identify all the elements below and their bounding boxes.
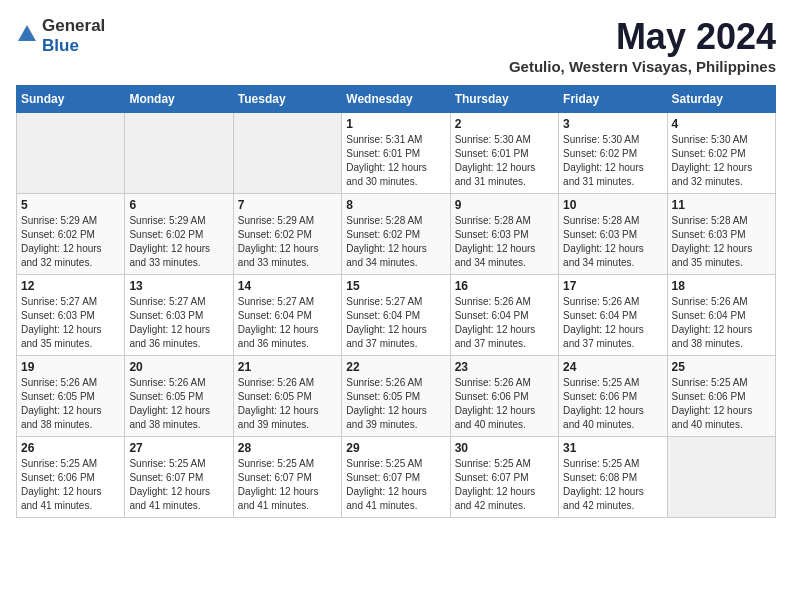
header-day-saturday: Saturday xyxy=(667,86,775,113)
day-info: Sunrise: 5:28 AMSunset: 6:03 PMDaylight:… xyxy=(455,214,554,270)
header-day-friday: Friday xyxy=(559,86,667,113)
calendar-week-2: 5Sunrise: 5:29 AMSunset: 6:02 PMDaylight… xyxy=(17,194,776,275)
day-info: Sunrise: 5:25 AMSunset: 6:06 PMDaylight:… xyxy=(672,376,771,432)
day-number: 30 xyxy=(455,441,554,455)
day-info: Sunrise: 5:26 AMSunset: 6:04 PMDaylight:… xyxy=(455,295,554,351)
page-subtitle: Getulio, Western Visayas, Philippines xyxy=(509,58,776,75)
day-info: Sunrise: 5:27 AMSunset: 6:04 PMDaylight:… xyxy=(238,295,337,351)
day-info: Sunrise: 5:25 AMSunset: 6:07 PMDaylight:… xyxy=(455,457,554,513)
calendar-cell: 5Sunrise: 5:29 AMSunset: 6:02 PMDaylight… xyxy=(17,194,125,275)
day-number: 24 xyxy=(563,360,662,374)
day-info: Sunrise: 5:25 AMSunset: 6:07 PMDaylight:… xyxy=(346,457,445,513)
calendar-cell: 13Sunrise: 5:27 AMSunset: 6:03 PMDayligh… xyxy=(125,275,233,356)
page-title: May 2024 xyxy=(509,16,776,58)
calendar-week-3: 12Sunrise: 5:27 AMSunset: 6:03 PMDayligh… xyxy=(17,275,776,356)
calendar-cell: 21Sunrise: 5:26 AMSunset: 6:05 PMDayligh… xyxy=(233,356,341,437)
header-day-monday: Monday xyxy=(125,86,233,113)
calendar-table: SundayMondayTuesdayWednesdayThursdayFrid… xyxy=(16,85,776,518)
day-number: 5 xyxy=(21,198,120,212)
day-number: 2 xyxy=(455,117,554,131)
day-info: Sunrise: 5:27 AMSunset: 6:03 PMDaylight:… xyxy=(21,295,120,351)
header: General Blue May 2024 Getulio, Western V… xyxy=(16,16,776,75)
day-info: Sunrise: 5:30 AMSunset: 6:02 PMDaylight:… xyxy=(563,133,662,189)
calendar-cell xyxy=(125,113,233,194)
calendar-cell: 24Sunrise: 5:25 AMSunset: 6:06 PMDayligh… xyxy=(559,356,667,437)
calendar-cell: 11Sunrise: 5:28 AMSunset: 6:03 PMDayligh… xyxy=(667,194,775,275)
calendar-cell: 8Sunrise: 5:28 AMSunset: 6:02 PMDaylight… xyxy=(342,194,450,275)
day-number: 4 xyxy=(672,117,771,131)
calendar-cell xyxy=(667,437,775,518)
day-number: 29 xyxy=(346,441,445,455)
calendar-cell: 19Sunrise: 5:26 AMSunset: 6:05 PMDayligh… xyxy=(17,356,125,437)
day-info: Sunrise: 5:26 AMSunset: 6:04 PMDaylight:… xyxy=(563,295,662,351)
day-number: 15 xyxy=(346,279,445,293)
day-info: Sunrise: 5:26 AMSunset: 6:06 PMDaylight:… xyxy=(455,376,554,432)
day-number: 13 xyxy=(129,279,228,293)
day-number: 25 xyxy=(672,360,771,374)
logo: General Blue xyxy=(16,16,105,56)
calendar-cell: 2Sunrise: 5:30 AMSunset: 6:01 PMDaylight… xyxy=(450,113,558,194)
day-number: 31 xyxy=(563,441,662,455)
calendar-cell: 26Sunrise: 5:25 AMSunset: 6:06 PMDayligh… xyxy=(17,437,125,518)
calendar-header-row: SundayMondayTuesdayWednesdayThursdayFrid… xyxy=(17,86,776,113)
day-info: Sunrise: 5:28 AMSunset: 6:03 PMDaylight:… xyxy=(672,214,771,270)
day-number: 28 xyxy=(238,441,337,455)
calendar-cell: 1Sunrise: 5:31 AMSunset: 6:01 PMDaylight… xyxy=(342,113,450,194)
day-number: 20 xyxy=(129,360,228,374)
day-info: Sunrise: 5:26 AMSunset: 6:05 PMDaylight:… xyxy=(21,376,120,432)
day-number: 19 xyxy=(21,360,120,374)
day-info: Sunrise: 5:29 AMSunset: 6:02 PMDaylight:… xyxy=(129,214,228,270)
calendar-cell xyxy=(233,113,341,194)
title-area: May 2024 Getulio, Western Visayas, Phili… xyxy=(509,16,776,75)
day-number: 22 xyxy=(346,360,445,374)
calendar-cell: 17Sunrise: 5:26 AMSunset: 6:04 PMDayligh… xyxy=(559,275,667,356)
day-info: Sunrise: 5:26 AMSunset: 6:05 PMDaylight:… xyxy=(129,376,228,432)
day-number: 12 xyxy=(21,279,120,293)
day-number: 11 xyxy=(672,198,771,212)
day-number: 16 xyxy=(455,279,554,293)
day-info: Sunrise: 5:25 AMSunset: 6:08 PMDaylight:… xyxy=(563,457,662,513)
day-info: Sunrise: 5:31 AMSunset: 6:01 PMDaylight:… xyxy=(346,133,445,189)
day-info: Sunrise: 5:26 AMSunset: 6:05 PMDaylight:… xyxy=(346,376,445,432)
day-info: Sunrise: 5:27 AMSunset: 6:04 PMDaylight:… xyxy=(346,295,445,351)
day-info: Sunrise: 5:25 AMSunset: 6:06 PMDaylight:… xyxy=(21,457,120,513)
calendar-cell: 28Sunrise: 5:25 AMSunset: 6:07 PMDayligh… xyxy=(233,437,341,518)
header-day-thursday: Thursday xyxy=(450,86,558,113)
calendar-cell: 22Sunrise: 5:26 AMSunset: 6:05 PMDayligh… xyxy=(342,356,450,437)
day-number: 9 xyxy=(455,198,554,212)
calendar-cell: 15Sunrise: 5:27 AMSunset: 6:04 PMDayligh… xyxy=(342,275,450,356)
day-info: Sunrise: 5:25 AMSunset: 6:06 PMDaylight:… xyxy=(563,376,662,432)
day-info: Sunrise: 5:29 AMSunset: 6:02 PMDaylight:… xyxy=(21,214,120,270)
calendar-cell: 7Sunrise: 5:29 AMSunset: 6:02 PMDaylight… xyxy=(233,194,341,275)
day-number: 21 xyxy=(238,360,337,374)
calendar-cell: 9Sunrise: 5:28 AMSunset: 6:03 PMDaylight… xyxy=(450,194,558,275)
logo-blue: Blue xyxy=(42,36,105,56)
calendar-cell: 16Sunrise: 5:26 AMSunset: 6:04 PMDayligh… xyxy=(450,275,558,356)
calendar-week-4: 19Sunrise: 5:26 AMSunset: 6:05 PMDayligh… xyxy=(17,356,776,437)
calendar-cell: 14Sunrise: 5:27 AMSunset: 6:04 PMDayligh… xyxy=(233,275,341,356)
calendar-cell: 27Sunrise: 5:25 AMSunset: 6:07 PMDayligh… xyxy=(125,437,233,518)
day-info: Sunrise: 5:26 AMSunset: 6:04 PMDaylight:… xyxy=(672,295,771,351)
day-number: 7 xyxy=(238,198,337,212)
calendar-cell xyxy=(17,113,125,194)
calendar-cell: 23Sunrise: 5:26 AMSunset: 6:06 PMDayligh… xyxy=(450,356,558,437)
calendar-cell: 12Sunrise: 5:27 AMSunset: 6:03 PMDayligh… xyxy=(17,275,125,356)
general-blue-icon xyxy=(16,23,38,45)
calendar-cell: 4Sunrise: 5:30 AMSunset: 6:02 PMDaylight… xyxy=(667,113,775,194)
logo-general: General xyxy=(42,16,105,36)
day-info: Sunrise: 5:26 AMSunset: 6:05 PMDaylight:… xyxy=(238,376,337,432)
day-info: Sunrise: 5:25 AMSunset: 6:07 PMDaylight:… xyxy=(129,457,228,513)
day-info: Sunrise: 5:29 AMSunset: 6:02 PMDaylight:… xyxy=(238,214,337,270)
calendar-cell: 6Sunrise: 5:29 AMSunset: 6:02 PMDaylight… xyxy=(125,194,233,275)
day-info: Sunrise: 5:28 AMSunset: 6:02 PMDaylight:… xyxy=(346,214,445,270)
day-number: 3 xyxy=(563,117,662,131)
calendar-cell: 20Sunrise: 5:26 AMSunset: 6:05 PMDayligh… xyxy=(125,356,233,437)
day-number: 6 xyxy=(129,198,228,212)
day-number: 10 xyxy=(563,198,662,212)
day-info: Sunrise: 5:25 AMSunset: 6:07 PMDaylight:… xyxy=(238,457,337,513)
calendar-cell: 25Sunrise: 5:25 AMSunset: 6:06 PMDayligh… xyxy=(667,356,775,437)
day-info: Sunrise: 5:28 AMSunset: 6:03 PMDaylight:… xyxy=(563,214,662,270)
calendar-cell: 29Sunrise: 5:25 AMSunset: 6:07 PMDayligh… xyxy=(342,437,450,518)
day-number: 14 xyxy=(238,279,337,293)
calendar-cell: 18Sunrise: 5:26 AMSunset: 6:04 PMDayligh… xyxy=(667,275,775,356)
